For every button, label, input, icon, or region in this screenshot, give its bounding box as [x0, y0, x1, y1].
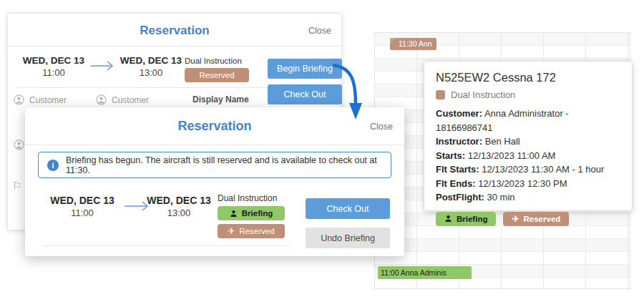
- end-date: WED, DEC 13: [140, 195, 218, 206]
- field-label: Display Name: [192, 94, 249, 104]
- app-screen: 11:30 Ann 11:00 Anna Adminis N525EW2 Ces…: [0, 0, 644, 307]
- airplane-icon: ✈: [228, 227, 235, 235]
- person-icon: [230, 210, 238, 218]
- info-icon: i: [47, 160, 59, 171]
- dialog-title: Reservation: [8, 24, 341, 38]
- field-value: 12/13/2023 11:00 AM: [468, 150, 556, 161]
- badge-label: Briefing: [457, 215, 487, 223]
- undo-briefing-button[interactable]: Undo Briefing: [306, 228, 390, 248]
- badge-label: Reserved: [199, 71, 234, 79]
- briefing-status-badge: Briefing: [436, 212, 496, 226]
- briefing-info-banner: i Briefing has begun. The aircraft is st…: [38, 152, 391, 178]
- divider: [43, 245, 290, 246]
- close-button[interactable]: Close: [370, 122, 393, 132]
- badge-label: Reserved: [524, 215, 561, 223]
- field-label: PostFlight:: [436, 192, 484, 203]
- start-time: 11:00: [43, 208, 122, 218]
- field-label: Customer:: [436, 108, 482, 119]
- field-value: 12/13/2023 12:30 PM: [478, 178, 567, 189]
- reserved-status-badge: Reserved: [185, 68, 249, 82]
- badge-label: Reserved: [239, 227, 274, 235]
- flag-icon: ⚐: [12, 180, 21, 193]
- divider: [8, 46, 341, 47]
- field-label: Flt Starts:: [436, 164, 479, 175]
- reserved-status-badge: ✈ Reserved: [503, 212, 569, 226]
- reservation-type-row: Dual Instruction: [436, 89, 620, 100]
- briefing-status-badge: Briefing: [218, 206, 285, 220]
- field-value: 30 min: [487, 192, 515, 203]
- tooltip-field: Flt Starts: 12/13/2023 11:30 AM - 1 hour: [436, 162, 620, 177]
- field-value: Ben Hall: [485, 136, 520, 147]
- close-button[interactable]: Close: [308, 26, 331, 36]
- arrow-right-icon: [90, 61, 114, 71]
- tooltip-field: Starts: 12/13/2023 11:00 AM: [436, 149, 620, 163]
- start-datetime: WED, DEC 13 11:00: [18, 55, 89, 78]
- begin-briefing-button[interactable]: Begin Briefing: [268, 59, 342, 79]
- field-label: Instructor:: [436, 136, 482, 147]
- info-message: Briefing has begun. The aircraft is stil…: [66, 155, 382, 175]
- field-label: Starts:: [436, 150, 465, 161]
- tooltip-field: Flt Ends: 12/13/2023 12:30 PM: [436, 177, 620, 191]
- end-time: 13:00: [140, 208, 218, 218]
- event-label: 11:00 Anna Adminis: [381, 268, 447, 277]
- event-checkedout-corner-icon: [390, 38, 396, 44]
- divider: [15, 87, 269, 88]
- tooltip-field: Customer: Anna Administrator - 181669867…: [436, 107, 620, 135]
- check-out-button[interactable]: Check Out: [268, 84, 342, 104]
- badge-label: Briefing: [242, 209, 273, 218]
- check-out-button[interactable]: Check Out: [306, 198, 390, 219]
- calendar-event-reserved[interactable]: 11:30 Ann: [390, 38, 436, 50]
- field-label: Flt Ends:: [436, 178, 476, 189]
- reserved-status-badge: ✈ Reserved: [218, 224, 285, 238]
- end-date: WED, DEC 13: [115, 55, 187, 66]
- display-name-label: Display Name: [192, 94, 249, 104]
- start-time: 11:00: [18, 67, 89, 78]
- reservation-type-label: Dual Instruction: [185, 57, 242, 65]
- customer-field-1[interactable]: Customer: [14, 94, 67, 105]
- end-datetime: WED, DEC 13 13:00: [115, 55, 187, 78]
- divider: [25, 145, 404, 145]
- person-circle-icon: [96, 94, 107, 105]
- dialog-title: Reservation: [25, 119, 404, 134]
- start-date: WED, DEC 13: [43, 195, 122, 206]
- type-color-swatch: [436, 90, 445, 99]
- end-time: 13:00: [115, 67, 187, 78]
- type-label: Dual Instruction: [451, 89, 515, 100]
- tooltip-field: PostFlight: 30 min: [436, 190, 620, 205]
- person-circle-icon: [14, 140, 24, 150]
- tooltip-field: Instructor: Ben Hall: [436, 135, 620, 149]
- end-datetime: WED, DEC 13 13:00: [140, 195, 218, 218]
- start-date: WED, DEC 13: [18, 55, 89, 66]
- aircraft-title: N525EW2 Cessna 172: [436, 71, 620, 84]
- field-placeholder: Customer: [29, 95, 67, 105]
- reservation-dialog-front: Reservation Close i Briefing has begun. …: [25, 107, 404, 256]
- tooltip-status-badges: Briefing ✈ Reserved: [436, 212, 620, 226]
- start-datetime: WED, DEC 13 11:00: [43, 195, 122, 218]
- event-label: 11:30 Ann: [399, 39, 432, 48]
- customer-field-2[interactable]: Customer: [96, 94, 149, 105]
- reservation-type-label: Dual Instruction: [218, 193, 277, 203]
- person-icon: [444, 215, 452, 223]
- field-placeholder: Customer: [112, 95, 149, 105]
- event-tooltip: N525EW2 Cessna 172 Dual Instruction Cust…: [424, 61, 633, 211]
- airplane-icon: ✈: [512, 215, 519, 223]
- person-circle-icon: [14, 94, 24, 105]
- field-value: 12/13/2023 11:30 AM - 1 hour: [482, 164, 604, 175]
- calendar-event-briefing[interactable]: 11:00 Anna Adminis: [378, 266, 472, 279]
